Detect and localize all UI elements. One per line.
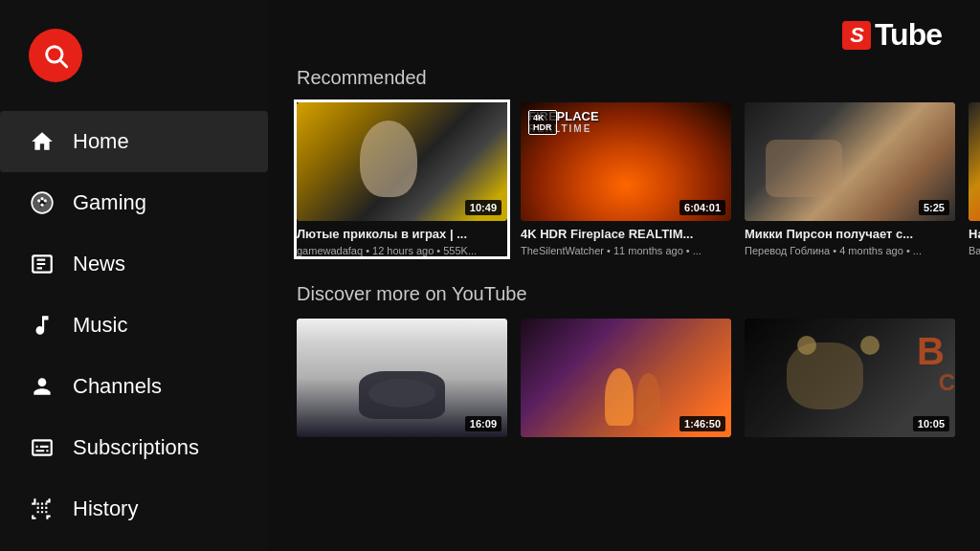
sidebar-item-channels[interactable]: Channels — [0, 356, 268, 417]
duration-badge-3: 5:25 — [919, 200, 949, 215]
channels-icon — [29, 373, 56, 400]
video-thumb-2: FIREPLACE REALTIME 4KHDR 6:04:01 — [521, 102, 731, 221]
search-button[interactable] — [29, 29, 82, 82]
video-card-1[interactable]: 10:49 Лютые приколы в играх | ... gamewa… — [297, 102, 507, 256]
sidebar-item-channels-label: Channels — [73, 374, 162, 399]
gaming-icon — [29, 189, 56, 216]
sidebar-item-home[interactable]: Home — [0, 111, 268, 172]
music-icon — [29, 312, 56, 339]
sidebar-item-gaming-label: Gaming — [73, 190, 146, 215]
svg-point-4 — [44, 199, 47, 202]
discover-section: Discover more on YouTube 16:09 — [297, 283, 951, 437]
discover-thumb-3: B C 10:05 — [745, 319, 955, 437]
duration-badge-1: 10:49 — [465, 200, 501, 215]
discover-card-3[interactable]: B C 10:05 — [745, 319, 955, 437]
video-card-2[interactable]: FIREPLACE REALTIME 4KHDR 6:04:01 4K HDR … — [521, 102, 731, 256]
discover-duration-2: 1:46:50 — [679, 416, 725, 431]
video-info-4: На... Bas... — [969, 221, 980, 256]
video-meta-3: Перевод Гоблина • 4 months ago • ... — [745, 245, 955, 256]
video-title-2: 4K HDR Fireplace REALTIM... — [521, 227, 731, 243]
discover-duration-3: 10:05 — [913, 416, 949, 431]
video-thumb-3: 5:25 — [745, 102, 955, 221]
video-info-2: 4K HDR Fireplace REALTIM... TheSilentWat… — [521, 221, 731, 256]
sidebar: Home Gaming New — [0, 0, 268, 551]
news-icon — [29, 251, 56, 277]
sidebar-item-music[interactable]: Music — [0, 295, 268, 356]
logo-tube: Tube — [875, 17, 942, 53]
discover-title: Discover more on YouTube — [297, 283, 951, 305]
discover-card-2[interactable]: 1:46:50 — [521, 319, 731, 437]
svg-point-5 — [40, 204, 43, 207]
video-card-3[interactable]: 5:25 Микки Пирсон получает с... Перевод … — [745, 102, 955, 256]
sidebar-item-music-label: Music — [73, 313, 127, 338]
4k-badge: 4KHDR — [528, 110, 557, 135]
sidebar-item-gaming[interactable]: Gaming — [0, 172, 268, 233]
app-header: S Tube — [842, 17, 942, 53]
video-thumb-1: 10:49 — [297, 102, 507, 221]
subscriptions-icon — [29, 434, 56, 461]
svg-point-6 — [40, 197, 43, 200]
home-icon — [29, 128, 56, 155]
main-content: S Tube Recommended 10:49 Лютые приколы в… — [268, 0, 980, 551]
sidebar-item-home-label: Home — [73, 129, 129, 154]
video-meta-4: Bas... — [969, 245, 980, 256]
video-info-3: Микки Пирсон получает с... Перевод Гобли… — [745, 221, 955, 256]
video-title-3: Микки Пирсон получает с... — [745, 227, 955, 243]
duration-badge-2: 6:04:01 — [679, 200, 725, 215]
svg-line-1 — [60, 60, 66, 66]
video-meta-1: gamewadafaq • 12 hours ago • 555K... — [297, 245, 507, 256]
video-title-1: Лютые приколы в играх | ... — [297, 227, 507, 243]
video-card-4[interactable]: На... Bas... — [969, 102, 980, 256]
video-title-4: На... — [969, 227, 980, 243]
discover-thumb-1: 16:09 — [297, 319, 507, 437]
recommended-title: Recommended — [297, 67, 951, 89]
history-icon — [29, 496, 56, 522]
discover-thumb-2: 1:46:50 — [521, 319, 731, 437]
video-thumb-4 — [969, 102, 980, 221]
sidebar-item-subscriptions[interactable]: Subscriptions — [0, 417, 268, 478]
recommended-section: Recommended 10:49 Лютые приколы в играх … — [297, 67, 951, 256]
discover-duration-1: 16:09 — [465, 416, 501, 431]
video-info-1: Лютые приколы в играх | ... gamewadafaq … — [297, 221, 507, 256]
sidebar-item-news[interactable]: News — [0, 233, 268, 295]
svg-point-3 — [37, 199, 40, 202]
video-meta-2: TheSilentWatcher • 11 months ago • ... — [521, 245, 731, 256]
search-icon — [42, 42, 69, 69]
sidebar-item-subscriptions-label: Subscriptions — [73, 435, 199, 460]
nav-menu: Home Gaming New — [0, 111, 268, 551]
logo-s: S — [842, 21, 871, 50]
recommended-row: 10:49 Лютые приколы в играх | ... gamewa… — [297, 102, 951, 256]
sidebar-item-news-label: News — [73, 252, 125, 276]
sidebar-item-history-label: History — [73, 496, 138, 521]
discover-card-1[interactable]: 16:09 — [297, 319, 507, 437]
sidebar-item-history[interactable]: History — [0, 478, 268, 540]
discover-row: 16:09 1:46:50 — [297, 319, 951, 437]
